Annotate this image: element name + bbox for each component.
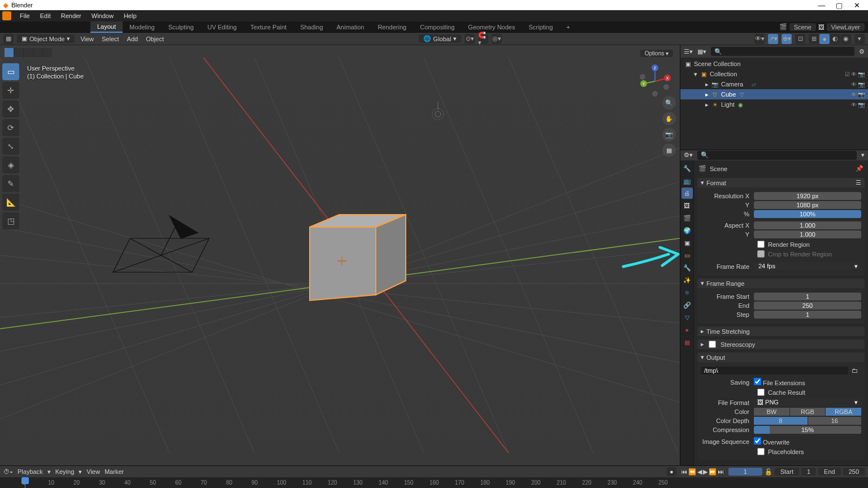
aspect-y-field[interactable]: 1.000 (754, 230, 861, 238)
outliner-item-camera[interactable]: ▸ 📷 Camera ▱ 👁📷 (680, 79, 868, 89)
properties-search-input[interactable]: 🔍 (697, 151, 857, 160)
timeline-editor-icon[interactable]: ⏱▾ (3, 468, 13, 475)
outliner-display-mode-icon[interactable]: ▦▾ (697, 48, 706, 55)
eye-icon[interactable]: 👁 (851, 81, 857, 88)
viewport-menu-object[interactable]: Object (144, 36, 166, 42)
outliner-item-light[interactable]: ▸ ☀ Light ◉ 👁📷 (680, 99, 868, 110)
editor-type-icon[interactable]: ▦ (3, 34, 14, 44)
tool-rotate[interactable]: ⟳ (2, 119, 19, 136)
proportional-edit-button[interactable]: ◎▾ (492, 34, 502, 44)
eye-icon[interactable]: 👁 (851, 91, 857, 98)
panel-presets-icon[interactable]: ☰ (856, 179, 861, 186)
workspace-tab-texture-paint[interactable]: Texture Paint (244, 22, 293, 32)
workspace-tab-animation[interactable]: Animation (330, 22, 371, 32)
viewport-menu-add[interactable]: Add (125, 36, 141, 42)
aspect-x-field[interactable]: 1.000 (754, 221, 861, 229)
pivot-point-button[interactable]: ⊙▾ (465, 34, 475, 44)
outliner-collection[interactable]: ▾ ▣ Collection ☑👁📷 (680, 69, 868, 79)
prop-tab-modifiers[interactable]: 🔧 (682, 262, 693, 273)
menu-window[interactable]: Window (86, 12, 119, 19)
menu-render[interactable]: Render (56, 12, 86, 19)
output-path-field[interactable]: /tmp\ (701, 367, 848, 374)
snap-button[interactable]: 🧲▾ (478, 34, 488, 44)
panel-frame-range-header[interactable]: ▾ Frame Range (697, 278, 865, 288)
play-reverse-button[interactable]: ◀ (697, 468, 702, 476)
transform-orientation-selector[interactable]: 🌐 Global▾ (419, 34, 462, 43)
workspace-tab-uv-editing[interactable]: UV Editing (201, 22, 244, 32)
zoom-button[interactable]: 🔍 (662, 96, 676, 110)
workspace-tab-sculpting[interactable]: Sculpting (162, 22, 201, 32)
prop-tab-object[interactable]: ▭ (682, 250, 693, 261)
workspace-tab-layout[interactable]: Layout (90, 21, 123, 33)
file-format-selector[interactable]: 🖼 PNG▾ (754, 398, 861, 407)
tool-add-primitive[interactable]: ◳ (2, 212, 19, 229)
shading-solid-button[interactable]: ● (819, 34, 830, 44)
prop-tab-physics[interactable]: ⚛ (682, 287, 693, 298)
color-rgba-button[interactable]: RGBA (826, 408, 861, 416)
pan-button[interactable]: ✋ (662, 112, 676, 125)
auto-key-button[interactable]: ● (667, 467, 676, 476)
disclosure-icon[interactable]: ▸ (705, 81, 709, 88)
stereoscopy-checkbox[interactable] (709, 341, 716, 348)
tool-measure[interactable]: 📐 (2, 194, 19, 211)
prop-tab-output[interactable]: 🖨 (682, 188, 693, 199)
file-extensions-checkbox[interactable] (754, 378, 761, 385)
outliner-editor-icon[interactable]: ☰▾ (684, 48, 693, 55)
panel-stereoscopy-header[interactable]: ▸ Stereoscopy (697, 339, 865, 349)
prop-tab-viewlayer[interactable]: 🖼 (682, 200, 693, 211)
play-button[interactable]: ▶ (703, 468, 708, 476)
folder-browse-icon[interactable]: 🗀 (848, 367, 861, 374)
frame-start-field[interactable]: 1 (754, 293, 861, 300)
shading-wireframe-button[interactable]: ⊞ (809, 34, 819, 44)
eye-icon[interactable]: 👁 (851, 102, 857, 108)
exclude-checkbox[interactable]: ☑ (845, 71, 850, 77)
prop-tab-particles[interactable]: ✨ (682, 274, 693, 286)
viewport-menu-view[interactable]: View (78, 36, 96, 42)
placeholders-checkbox[interactable] (757, 448, 765, 455)
timeline-menu-marker[interactable]: Marker (105, 468, 124, 475)
menu-help[interactable]: Help (119, 12, 142, 19)
panel-time-stretching-header[interactable]: ▸ Time Stretching (697, 326, 865, 336)
shading-rendered-button[interactable]: ◉ (841, 34, 851, 44)
tool-move[interactable]: ✥ (2, 101, 19, 117)
workspace-tab-scripting[interactable]: Scripting (522, 22, 559, 32)
jump-start-button[interactable]: ⏮ (681, 468, 687, 476)
menu-edit[interactable]: Edit (35, 12, 56, 19)
keyframe-prev-button[interactable]: ⏪ (688, 468, 696, 476)
framerate-selector[interactable]: 24 fps ▾ (754, 262, 861, 271)
tool-annotate[interactable]: ✎ (2, 175, 19, 192)
outliner-scene-collection[interactable]: ▣ Scene Collection (680, 59, 868, 69)
prop-tab-render[interactable]: 📺 (682, 175, 693, 186)
properties-editor-icon[interactable]: ⚙▾ (684, 151, 693, 159)
keyframe-next-button[interactable]: ⏩ (709, 468, 717, 476)
tool-cursor[interactable]: ✛ (2, 82, 19, 99)
start-frame-field[interactable]: 1 (801, 468, 816, 476)
prop-tab-collection[interactable]: ▣ (682, 237, 693, 249)
outliner-item-cube[interactable]: ▸ ▽ Cube ▽ 👁📷 (680, 89, 868, 99)
outliner-search-input[interactable]: 🔍 (711, 47, 854, 56)
gizmo-toggle[interactable]: ↗▾ (768, 34, 778, 44)
pin-icon[interactable]: 📌 (856, 165, 863, 172)
workspace-tab-geometry-nodes[interactable]: Geometry Nodes (461, 22, 522, 32)
window-minimize-button[interactable]: — (814, 1, 830, 10)
timeline-menu-view[interactable]: View (86, 468, 100, 475)
workspace-tab-rendering[interactable]: Rendering (371, 22, 413, 32)
depth-8-button[interactable]: 8 (754, 417, 808, 425)
disclosure-icon[interactable]: ▸ (705, 91, 709, 98)
overlay-toggle[interactable]: ⊕▾ (782, 34, 792, 44)
color-bw-button[interactable]: BW (754, 408, 789, 416)
depth-16-button[interactable]: 16 (808, 417, 862, 425)
scene-selector[interactable]: Scene (789, 23, 816, 31)
compression-slider[interactable]: 15% (754, 426, 861, 434)
viewport-3d[interactable]: Options ▾ User Perspective (1) Collectio… (0, 45, 680, 465)
outliner-filter-button[interactable]: ⚙ (859, 48, 865, 55)
overwrite-checkbox[interactable] (754, 437, 761, 445)
prop-tab-tool[interactable]: 🔧 (682, 163, 693, 174)
navigation-gizmo[interactable]: X Y Z (638, 64, 672, 98)
window-maximize-button[interactable]: ▢ (831, 1, 847, 10)
workspace-add-button[interactable]: + (559, 22, 576, 32)
prop-tab-world[interactable]: 🌍 (682, 225, 693, 236)
timeline-menu-playback[interactable]: Playback (18, 468, 43, 475)
perspective-toggle-button[interactable]: ▦ (662, 143, 676, 157)
resolution-x-field[interactable]: 1920 px (754, 192, 861, 200)
